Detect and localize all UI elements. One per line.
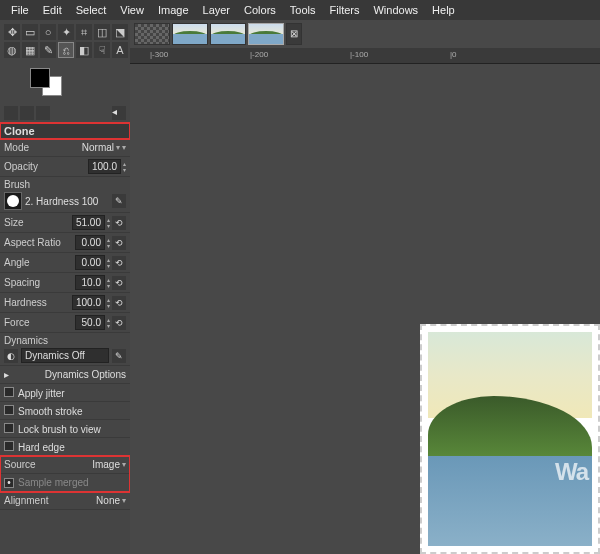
spinner-icon[interactable]: ▴▾ xyxy=(123,161,126,173)
foreground-color[interactable] xyxy=(30,68,50,88)
canvas-viewport[interactable]: Wa xyxy=(130,64,600,554)
move-tool-icon[interactable]: ✥ xyxy=(4,24,20,40)
menu-bar: FileEditSelectViewImageLayerColorsToolsF… xyxy=(0,0,600,20)
lock-row[interactable]: Lock brush to view xyxy=(0,420,130,438)
tab-images[interactable] xyxy=(36,106,50,120)
chevron-down-icon[interactable]: ▾ xyxy=(122,496,126,505)
menu-colors[interactable]: Colors xyxy=(238,2,282,18)
smudge-tool-icon[interactable]: ☟ xyxy=(94,42,110,58)
menu-edit[interactable]: Edit xyxy=(37,2,68,18)
tool-options: Clone Mode Normal ▾ ▾ Opacity 100.0▴▾ Br… xyxy=(0,123,130,510)
select-tool-icon[interactable]: ▭ xyxy=(22,24,38,40)
alignment-row: Alignment None▾ xyxy=(0,492,130,510)
eraser-tool-icon[interactable]: ◧ xyxy=(76,42,92,58)
chevron-down-icon[interactable]: ▾ xyxy=(116,143,120,152)
tab-device[interactable] xyxy=(20,106,34,120)
dynamics-edit-icon[interactable]: ✎ xyxy=(112,349,126,363)
transform-tool-icon[interactable]: ◫ xyxy=(94,24,110,40)
tab-menu-icon[interactable]: ◂ xyxy=(112,106,126,120)
menu-view[interactable]: View xyxy=(114,2,150,18)
reset-icon[interactable]: ⟲ xyxy=(112,216,126,230)
lasso-tool-icon[interactable]: ○ xyxy=(40,24,56,40)
sample-merged-row[interactable]: Sample merged xyxy=(0,474,130,492)
close-tab-icon[interactable]: ⊠ xyxy=(286,23,302,45)
wand-tool-icon[interactable]: ✦ xyxy=(58,24,74,40)
sample-merged-label: Sample merged xyxy=(18,477,89,488)
tool-grid: ✥ ▭ ○ ✦ ⌗ ◫ ⬔ ◍ ▦ ✎ ⎌ ◧ ☟ A xyxy=(0,20,130,62)
alignment-label: Alignment xyxy=(4,495,48,506)
spinner-icon[interactable]: ▴▾ xyxy=(107,317,110,329)
menu-help[interactable]: Help xyxy=(426,2,461,18)
size-value[interactable]: 51.00 xyxy=(72,215,105,230)
dock-tabs: ◂ xyxy=(0,104,130,123)
document-tabs: ⊠ xyxy=(130,20,600,48)
source-section: Source Image▾ Sample merged xyxy=(0,456,130,492)
menu-windows[interactable]: Windows xyxy=(367,2,424,18)
checkbox-icon xyxy=(4,387,14,397)
brush-row: Brush 2. Hardness 100 ✎ xyxy=(0,177,130,213)
gradient-tool-icon[interactable]: ▦ xyxy=(22,42,38,58)
ruler-horizontal: |-300 |-200 |-100 |0 xyxy=(130,48,600,64)
source-row: Source Image▾ xyxy=(0,456,130,474)
jitter-label: Apply jitter xyxy=(18,388,65,399)
checkbox-icon xyxy=(4,441,14,451)
opacity-value[interactable]: 100.0 xyxy=(88,159,121,174)
document-thumb[interactable] xyxy=(172,23,208,45)
text-tool-icon[interactable]: A xyxy=(112,42,128,58)
jitter-row[interactable]: Apply jitter xyxy=(0,384,130,402)
document-thumb[interactable] xyxy=(248,23,284,45)
reset-icon[interactable]: ⟲ xyxy=(112,296,126,310)
mode-label: Mode xyxy=(4,142,29,153)
spinner-icon[interactable]: ▴▾ xyxy=(107,277,110,289)
ruler-tick: |-200 xyxy=(250,50,268,59)
reset-icon[interactable]: ⟲ xyxy=(112,316,126,330)
pencil-tool-icon[interactable]: ✎ xyxy=(40,42,56,58)
ruler-tick: |-300 xyxy=(150,50,168,59)
spinner-icon[interactable]: ▴▾ xyxy=(107,237,110,249)
reset-icon[interactable]: ⟲ xyxy=(112,236,126,250)
reset-icon[interactable]: ⟲ xyxy=(112,256,126,270)
crop-tool-icon[interactable]: ⌗ xyxy=(76,24,92,40)
source-label: Source xyxy=(4,459,36,470)
chevron-down-icon[interactable]: ▾ xyxy=(122,143,126,152)
clone-tool-icon[interactable]: ⎌ xyxy=(58,42,74,58)
document-thumb[interactable] xyxy=(210,23,246,45)
alignment-value[interactable]: None xyxy=(96,495,120,506)
dynamics-icon[interactable]: ◐ xyxy=(4,349,18,363)
spinner-icon[interactable]: ▴▾ xyxy=(107,217,110,229)
chevron-down-icon[interactable]: ▾ xyxy=(122,460,126,469)
menu-file[interactable]: File xyxy=(5,2,35,18)
smooth-row[interactable]: Smooth stroke xyxy=(0,402,130,420)
warp-tool-icon[interactable]: ⬔ xyxy=(112,24,128,40)
aspect-value[interactable]: 0.00 xyxy=(75,235,105,250)
dynamics-value[interactable]: Dynamics Off xyxy=(21,348,109,363)
brush-preview[interactable] xyxy=(4,192,22,210)
menu-select[interactable]: Select xyxy=(70,2,113,18)
angle-value[interactable]: 0.00 xyxy=(75,255,105,270)
mode-value[interactable]: Normal xyxy=(82,142,114,153)
brush-edit-icon[interactable]: ✎ xyxy=(112,194,126,208)
tool-title: Clone xyxy=(0,123,130,139)
menu-layer[interactable]: Layer xyxy=(197,2,237,18)
source-value[interactable]: Image xyxy=(92,459,120,470)
bucket-tool-icon[interactable]: ◍ xyxy=(4,42,20,58)
tab-tool-options[interactable] xyxy=(4,106,18,120)
dynamics-options-label: Dynamics Options xyxy=(45,369,126,380)
aspect-row: Aspect Ratio 0.00▴▾⟲ xyxy=(0,233,130,253)
menu-tools[interactable]: Tools xyxy=(284,2,322,18)
hardness-value[interactable]: 100.0 xyxy=(72,295,105,310)
document-thumb[interactable] xyxy=(134,23,170,45)
force-value[interactable]: 50.0 xyxy=(75,315,105,330)
hardedge-row[interactable]: Hard edge xyxy=(0,438,130,456)
checkbox-icon xyxy=(4,405,14,415)
menu-filters[interactable]: Filters xyxy=(324,2,366,18)
spinner-icon[interactable]: ▴▾ xyxy=(107,257,110,269)
menu-image[interactable]: Image xyxy=(152,2,195,18)
dynamics-options-row[interactable]: ▸ Dynamics Options xyxy=(0,366,130,384)
brush-label: Brush xyxy=(4,179,126,190)
spinner-icon[interactable]: ▴▾ xyxy=(107,297,110,309)
angle-label: Angle xyxy=(4,257,30,268)
lock-label: Lock brush to view xyxy=(18,424,101,435)
spacing-value[interactable]: 10.0 xyxy=(75,275,105,290)
reset-icon[interactable]: ⟲ xyxy=(112,276,126,290)
